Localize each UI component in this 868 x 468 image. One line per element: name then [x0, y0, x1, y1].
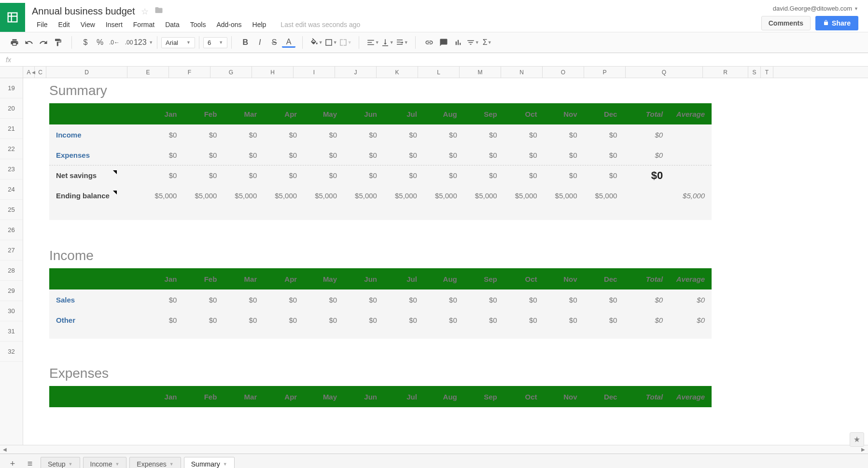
row-header-32[interactable]: 32: [0, 342, 23, 362]
sheet-tab-income[interactable]: Income▼: [83, 457, 127, 468]
number-format-dropdown[interactable]: 123 ▼: [137, 36, 150, 49]
menu-view[interactable]: View: [76, 19, 100, 30]
column-header-R[interactable]: R: [703, 67, 748, 78]
horizontal-align-icon[interactable]: ▼: [366, 36, 379, 49]
percent-icon[interactable]: %: [93, 36, 107, 49]
column-header-F[interactable]: F: [169, 67, 210, 78]
formula-bar[interactable]: fx: [0, 53, 868, 67]
menu-format[interactable]: Format: [128, 19, 159, 30]
sheet-tab-summary[interactable]: Summary▼: [184, 457, 235, 468]
menu-tools[interactable]: Tools: [185, 19, 211, 30]
text-color-icon[interactable]: A: [282, 37, 295, 48]
decimal-decrease-icon[interactable]: .0←: [108, 36, 121, 49]
last-edit-label[interactable]: Last edit was seconds ago: [280, 21, 360, 28]
sheet-tab-setup[interactable]: Setup▼: [41, 457, 80, 468]
sheet-tabs-bar: + ≡ Setup▼Income▼Expenses▼Summary▼: [0, 454, 868, 468]
row-header-27[interactable]: 27: [0, 240, 23, 261]
explore-button[interactable]: [850, 432, 864, 447]
redo-icon[interactable]: [37, 36, 50, 49]
account-email[interactable]: david.George@ditoweb.com ▼: [773, 5, 858, 12]
row-header-20[interactable]: 20: [0, 98, 23, 119]
menu-help[interactable]: Help: [248, 19, 271, 30]
vertical-align-icon[interactable]: ▼: [380, 36, 394, 49]
column-headers: A◀CDEFGHIJKLMNOPQRST: [0, 67, 868, 78]
menu-file[interactable]: File: [32, 19, 53, 30]
filter-icon[interactable]: ▼: [466, 36, 479, 49]
row-header-29[interactable]: 29: [0, 281, 23, 301]
undo-icon[interactable]: [22, 36, 36, 49]
column-header-Q[interactable]: Q: [626, 67, 703, 78]
column-header-K[interactable]: K: [377, 67, 418, 78]
text-wrap-icon[interactable]: ▼: [395, 36, 408, 49]
table-row: Sales$0$0$0$0$0$0$0$0$0$0$0$0$0$0: [49, 289, 712, 310]
sheet-content[interactable]: Summary JanFebMarAprMayJunJulAugSepOctNo…: [23, 78, 868, 445]
income-table: JanFebMarAprMayJunJulAugSepOctNovDecTota…: [49, 268, 712, 339]
column-header-C[interactable]: C: [35, 67, 46, 78]
menu-data[interactable]: Data: [160, 19, 184, 30]
row-header-26[interactable]: 26: [0, 220, 23, 240]
share-button[interactable]: Share: [815, 16, 858, 30]
sheets-logo[interactable]: [0, 3, 25, 32]
column-header-M[interactable]: M: [460, 67, 501, 78]
row-header-24[interactable]: 24: [0, 179, 23, 200]
table-row: Income$0$0$0$0$0$0$0$0$0$0$0$0$0: [49, 124, 712, 145]
row-header-19[interactable]: 19: [0, 78, 23, 98]
bold-icon[interactable]: B: [238, 36, 252, 49]
add-sheet-icon[interactable]: +: [6, 457, 19, 468]
all-sheets-icon[interactable]: ≡: [23, 457, 37, 468]
table-header: JanFebMarAprMayJunJulAugSepOctNovDecTota…: [49, 268, 712, 289]
font-selector[interactable]: Arial▼: [161, 37, 195, 48]
column-header-O[interactable]: O: [543, 67, 584, 78]
italic-icon[interactable]: I: [253, 36, 266, 49]
menu-addons[interactable]: Add-ons: [211, 19, 246, 30]
column-header-N[interactable]: N: [501, 67, 543, 78]
fill-color-icon[interactable]: ▼: [309, 36, 323, 49]
column-header-J[interactable]: J: [335, 67, 377, 78]
income-title: Income: [49, 248, 868, 263]
menu-insert[interactable]: Insert: [101, 19, 127, 30]
column-header-D[interactable]: D: [46, 67, 127, 78]
row-header-23[interactable]: 23: [0, 159, 23, 179]
scroll-right-icon[interactable]: ▶: [861, 447, 865, 452]
table-row: Other$0$0$0$0$0$0$0$0$0$0$0$0$0$0: [49, 310, 712, 330]
strikethrough-icon[interactable]: S: [267, 36, 281, 49]
insert-comment-icon[interactable]: [437, 36, 450, 49]
row-header-22[interactable]: 22: [0, 139, 23, 159]
toolbar: $ % .0← .00 123 ▼ Arial▼ 6▼ B I S A ▼ ▼ …: [0, 32, 868, 53]
column-header-H[interactable]: H: [252, 67, 294, 78]
expenses-table: JanFebMarAprMayJunJulAugSepOctNovDecTota…: [49, 386, 712, 407]
font-size-selector[interactable]: 6▼: [203, 37, 227, 48]
column-header-S[interactable]: S: [748, 67, 761, 78]
column-header-G[interactable]: G: [210, 67, 252, 78]
print-icon[interactable]: [8, 36, 21, 49]
functions-icon[interactable]: Σ▼: [480, 36, 494, 49]
horizontal-scrollbar[interactable]: ◀ ▶: [0, 445, 868, 454]
row-header-30[interactable]: 30: [0, 301, 23, 321]
column-header-E[interactable]: E: [127, 67, 169, 78]
comments-button[interactable]: Comments: [761, 16, 811, 30]
insert-link-icon[interactable]: [422, 36, 436, 49]
select-all-corner[interactable]: [0, 67, 23, 78]
paint-format-icon[interactable]: [51, 36, 65, 49]
currency-icon[interactable]: $: [79, 36, 92, 49]
row-header-31[interactable]: 31: [0, 321, 23, 342]
row-header-28[interactable]: 28: [0, 261, 23, 281]
column-header-A[interactable]: A◀: [23, 67, 35, 78]
column-header-I[interactable]: I: [294, 67, 335, 78]
document-title[interactable]: Annual business budget: [32, 6, 135, 17]
column-header-T[interactable]: T: [761, 67, 773, 78]
scroll-left-icon[interactable]: ◀: [3, 447, 7, 452]
row-header-21[interactable]: 21: [0, 119, 23, 139]
insert-chart-icon[interactable]: [451, 36, 465, 49]
column-header-P[interactable]: P: [584, 67, 626, 78]
merge-cells-icon[interactable]: ▼: [338, 36, 352, 49]
borders-icon[interactable]: ▼: [324, 36, 337, 49]
table-header: JanFebMarAprMayJunJulAugSepOctNovDecTota…: [49, 103, 712, 124]
menu-edit[interactable]: Edit: [54, 19, 75, 30]
folder-icon[interactable]: [154, 6, 163, 17]
star-icon[interactable]: ☆: [141, 6, 149, 17]
sheet-tab-expenses[interactable]: Expenses▼: [129, 457, 181, 468]
column-header-L[interactable]: L: [418, 67, 460, 78]
row-header-25[interactable]: 25: [0, 200, 23, 220]
summary-title: Summary: [49, 83, 868, 98]
